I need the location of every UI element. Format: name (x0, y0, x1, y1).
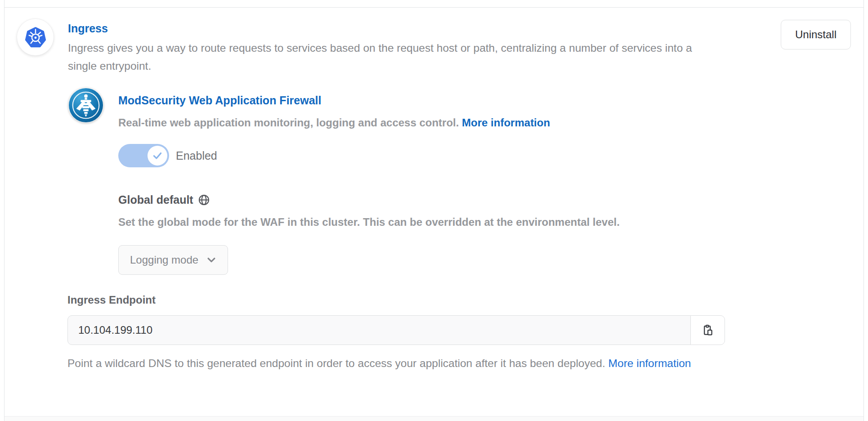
modsecurity-row: ModSecurity Web Application Firewall Rea… (68, 88, 851, 275)
global-default-label: Global default (118, 193, 193, 206)
global-default-description: Set the global mode for the WAF in this … (118, 216, 620, 228)
modsecurity-subtitle-text: Real-time web application monitoring, lo… (118, 116, 459, 129)
endpoint-help-text-body: Point a wildcard DNS to this generated e… (67, 357, 605, 369)
modsecurity-toggle-row: Enabled (118, 144, 620, 167)
uninstall-button[interactable]: Uninstall (781, 20, 851, 49)
globe-icon (198, 194, 210, 206)
modsecurity-bee-icon (68, 88, 103, 123)
app-header-row: Ingress Ingress gives you a way to route… (17, 19, 851, 75)
modsecurity-subtitle: Real-time web application monitoring, lo… (118, 116, 620, 130)
modsecurity-more-information-link[interactable]: More information (462, 116, 550, 129)
app-header-text: Ingress Ingress gives you a way to route… (68, 19, 770, 75)
kubernetes-wheel-icon (22, 23, 49, 51)
copy-to-clipboard-icon (702, 324, 714, 336)
ingress-application-card: Ingress Ingress gives you a way to route… (4, 8, 864, 416)
ingress-title-link[interactable]: Ingress (68, 22, 108, 35)
modsecurity-enabled-toggle[interactable] (118, 144, 169, 167)
modsecurity-content: ModSecurity Web Application Firewall Rea… (118, 88, 620, 275)
global-default-row: Global default (118, 193, 620, 206)
ingress-endpoint-input-group (67, 315, 725, 345)
ingress-endpoint-section: Ingress Endpoint Point a wildcard DNS to… (67, 294, 851, 373)
toggle-knob (148, 146, 167, 166)
app-sub-content: ModSecurity Web Application Firewall Rea… (68, 88, 851, 275)
check-icon (152, 150, 163, 161)
copy-endpoint-button[interactable] (690, 315, 725, 345)
endpoint-help-text: Point a wildcard DNS to this generated e… (67, 354, 719, 373)
next-section-edge (4, 416, 864, 421)
kubernetes-icon (17, 19, 54, 55)
ingress-endpoint-label: Ingress Endpoint (67, 294, 851, 306)
waf-mode-dropdown[interactable]: Logging mode (118, 245, 228, 275)
modsecurity-title-link[interactable]: ModSecurity Web Application Firewall (118, 94, 321, 107)
chevron-down-icon (206, 255, 216, 265)
waf-mode-selected-value: Logging mode (130, 254, 198, 266)
card-top-divider (4, 0, 864, 8)
toggle-state-label: Enabled (176, 149, 217, 162)
endpoint-more-information-link[interactable]: More information (608, 357, 691, 369)
modsecurity-icon (68, 88, 103, 123)
ingress-endpoint-input[interactable] (67, 315, 691, 345)
cluster-applications-panel: Ingress Ingress gives you a way to route… (4, 0, 864, 421)
ingress-description: Ingress gives you a way to route request… (68, 39, 716, 75)
